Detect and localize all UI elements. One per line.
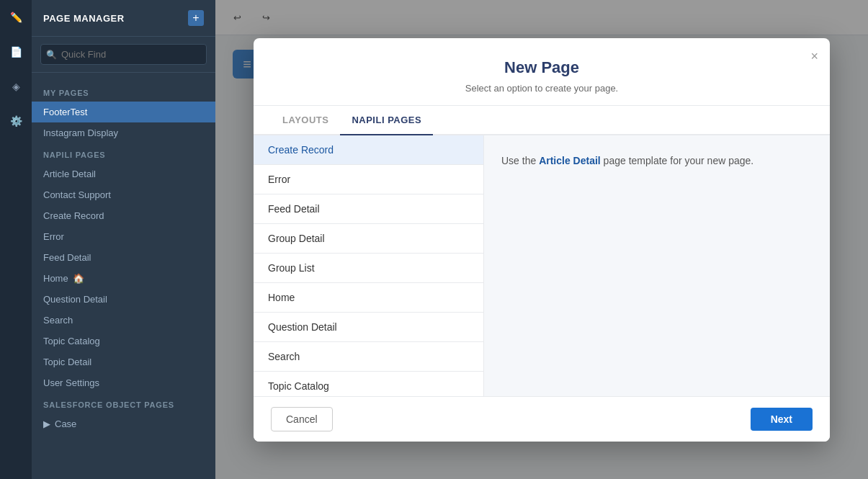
modal-close-button[interactable]: × bbox=[810, 50, 818, 63]
sidebar-item-contact-support[interactable]: Contact Support bbox=[32, 184, 215, 205]
preview-text-bold: Article Detail bbox=[539, 155, 601, 166]
sidebar-item-label: Error bbox=[43, 231, 64, 242]
sidebar-item-question-detail[interactable]: Question Detail bbox=[32, 289, 215, 310]
main-area: ↩ ↪ ≡ FooterTest New Page Select an opti… bbox=[215, 0, 868, 479]
preview-text-before: Use the bbox=[501, 155, 539, 166]
settings-icon[interactable]: ⚙️ bbox=[6, 111, 26, 131]
sidebar-item-create-record[interactable]: Create Record bbox=[32, 205, 215, 226]
quick-find-input[interactable] bbox=[40, 44, 207, 65]
new-page-modal: New Page Select an option to create your… bbox=[254, 38, 830, 442]
sidebar-item-label: FooterTest bbox=[43, 107, 87, 117]
sidebar-item-error[interactable]: Error bbox=[32, 226, 215, 247]
search-icon: 🔍 bbox=[46, 50, 57, 60]
sidebar: PAGE MANAGER + 🔍 MY PAGES FooterTest Ins… bbox=[32, 0, 215, 479]
sidebar-item-footertest[interactable]: FooterTest bbox=[32, 102, 215, 122]
add-page-button[interactable]: + bbox=[188, 10, 204, 26]
list-item-create-record[interactable]: Create Record bbox=[254, 135, 483, 165]
modal-header: New Page Select an option to create your… bbox=[254, 38, 830, 106]
list-item-question-detail[interactable]: Question Detail bbox=[254, 313, 483, 342]
pages-icon[interactable]: 📄 bbox=[6, 42, 26, 62]
sidebar-item-label: User Settings bbox=[43, 377, 99, 388]
list-item-group-list[interactable]: Group List bbox=[254, 254, 483, 283]
layers-icon[interactable]: ◈ bbox=[6, 76, 26, 97]
home-icon: 🏠 bbox=[73, 273, 84, 284]
sidebar-item-label: Home bbox=[43, 273, 68, 284]
modal-subtitle: Select an option to create your page. bbox=[271, 83, 813, 94]
sidebar-item-case[interactable]: ▶ Case bbox=[32, 413, 215, 434]
my-pages-label: MY PAGES bbox=[32, 81, 215, 102]
list-item-home[interactable]: Home bbox=[254, 283, 483, 313]
sidebar-item-topic-catalog[interactable]: Topic Catalog bbox=[32, 331, 215, 352]
sidebar-item-label: Search bbox=[43, 315, 73, 326]
list-item-topic-catalog[interactable]: Topic Catalog bbox=[254, 372, 483, 396]
sidebar-item-label: Question Detail bbox=[43, 294, 107, 305]
sidebar-item-article-detail[interactable]: Article Detail bbox=[32, 164, 215, 184]
sidebar-header: PAGE MANAGER + bbox=[32, 0, 215, 37]
sidebar-item-label: Create Record bbox=[43, 210, 104, 221]
list-item-feed-detail[interactable]: Feed Detail bbox=[254, 194, 483, 224]
list-item-group-detail[interactable]: Group Detail bbox=[254, 224, 483, 254]
next-button[interactable]: Next bbox=[751, 408, 813, 431]
modal-tabs: LAYOUTS NAPILI PAGES bbox=[254, 106, 830, 135]
icon-rail: ✏️ 📄 ◈ ⚙️ bbox=[0, 0, 32, 479]
modal-title: New Page bbox=[271, 58, 813, 77]
salesforce-label: SALESFORCE OBJECT PAGES bbox=[32, 393, 215, 413]
modal-list: Create Record Error Feed Detail Group De… bbox=[254, 135, 484, 396]
napili-pages-label: NAPILI PAGES bbox=[32, 143, 215, 164]
modal-preview: Use the Article Detail page template for… bbox=[484, 135, 830, 396]
tab-napili-pages[interactable]: NAPILI PAGES bbox=[340, 106, 433, 135]
sidebar-item-label: Contact Support bbox=[43, 189, 111, 200]
sidebar-item-label: Topic Detail bbox=[43, 357, 91, 367]
cancel-button[interactable]: Cancel bbox=[271, 407, 333, 431]
sidebar-item-label: Instagram Display bbox=[43, 127, 118, 138]
list-item-search[interactable]: Search bbox=[254, 342, 483, 372]
modal-preview-text: Use the Article Detail page template for… bbox=[501, 153, 753, 169]
sidebar-item-topic-detail[interactable]: Topic Detail bbox=[32, 352, 215, 372]
sidebar-content: MY PAGES FooterTest Instagram Display NA… bbox=[32, 73, 215, 479]
sidebar-search-area: 🔍 bbox=[32, 37, 215, 73]
sidebar-item-label: Case bbox=[55, 418, 76, 429]
sidebar-item-instagram[interactable]: Instagram Display bbox=[32, 122, 215, 143]
sidebar-item-search[interactable]: Search bbox=[32, 310, 215, 331]
sidebar-item-label: Feed Detail bbox=[43, 252, 91, 263]
sidebar-item-label: Topic Catalog bbox=[43, 336, 100, 346]
sidebar-item-feed-detail[interactable]: Feed Detail bbox=[32, 247, 215, 268]
expand-icon: ▶ bbox=[43, 418, 50, 429]
sidebar-item-label: Article Detail bbox=[43, 169, 96, 179]
preview-text-after: page template for your new page. bbox=[601, 155, 753, 166]
list-item-error[interactable]: Error bbox=[254, 165, 483, 194]
sidebar-item-user-settings[interactable]: User Settings bbox=[32, 372, 215, 393]
modal-overlay: New Page Select an option to create your… bbox=[215, 0, 868, 479]
sidebar-item-home[interactable]: Home 🏠 bbox=[32, 268, 215, 289]
modal-body: Create Record Error Feed Detail Group De… bbox=[254, 135, 830, 396]
sidebar-title: PAGE MANAGER bbox=[43, 13, 125, 24]
modal-footer: Cancel Next bbox=[254, 396, 830, 442]
tab-layouts[interactable]: LAYOUTS bbox=[271, 106, 340, 135]
edit-icon[interactable]: ✏️ bbox=[6, 7, 26, 27]
